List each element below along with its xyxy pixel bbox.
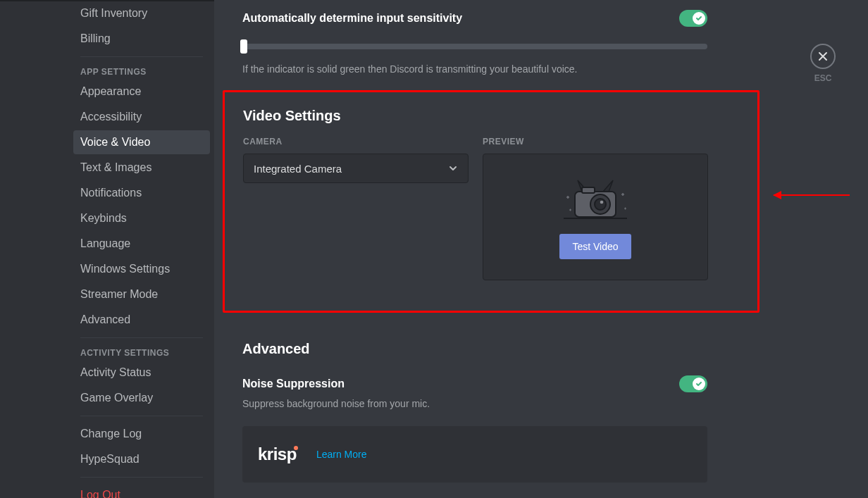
sensitivity-slider[interactable] (242, 44, 707, 49)
close-icon (817, 51, 829, 62)
sidebar-item-streamer-mode[interactable]: Streamer Mode (73, 282, 210, 306)
input-sensitivity-toggle[interactable] (679, 10, 707, 27)
sidebar-item-language[interactable]: Language (73, 232, 210, 256)
camera-illustration-icon (557, 175, 634, 224)
input-sensitivity-row: Automatically determine input sensitivit… (242, 10, 707, 27)
sidebar-item-change-log[interactable]: Change Log (73, 422, 210, 446)
noise-suppression-toggle[interactable] (679, 375, 707, 392)
input-sensitivity-label: Automatically determine input sensitivit… (242, 12, 462, 25)
video-settings-title: Video Settings (243, 108, 739, 124)
annotation-arrow (774, 194, 850, 196)
divider (80, 477, 203, 478)
test-video-button[interactable]: Test Video (559, 234, 631, 259)
svg-point-3 (595, 199, 606, 210)
sidebar-item-accessibility[interactable]: Accessibility (73, 105, 210, 129)
krisp-logo: krisp (258, 444, 298, 464)
sidebar-item-voice-video[interactable]: Voice & Video (73, 130, 210, 154)
preview-column: PREVIEW (483, 137, 708, 280)
toggle-knob (693, 378, 705, 390)
settings-sidebar: Gift Inventory Billing APP SETTINGS Appe… (0, 0, 214, 498)
sensitivity-hint: If the indicator is solid green then Dis… (242, 63, 840, 75)
settings-content: ESC Automatically determine input sensit… (214, 0, 868, 498)
krisp-logo-text: krisp (258, 444, 297, 463)
noise-suppression-hint: Suppress background noise from your mic. (242, 398, 840, 409)
check-icon (695, 380, 702, 387)
video-settings-section: Video Settings CAMERA Integrated Camera … (223, 90, 760, 313)
divider (80, 337, 203, 338)
section-header-activity-settings: ACTIVITY SETTINGS (73, 344, 210, 361)
preview-label: PREVIEW (483, 137, 708, 147)
sidebar-item-activity-status[interactable]: Activity Status (73, 361, 210, 385)
chevron-down-icon (448, 163, 458, 173)
esc-label: ESC (814, 73, 832, 83)
krisp-dot-icon (294, 446, 298, 450)
krisp-panel: krisp Learn More (242, 426, 707, 483)
sidebar-item-advanced[interactable]: Advanced (73, 308, 210, 332)
sidebar-item-keybinds[interactable]: Keybinds (73, 206, 210, 230)
sidebar-item-game-overlay[interactable]: Game Overlay (73, 386, 210, 410)
noise-suppression-row: Noise Suppression (242, 375, 707, 392)
camera-value: Integrated Camera (254, 163, 342, 175)
check-icon (695, 15, 702, 22)
sidebar-item-hypesquad[interactable]: HypeSquad (73, 447, 210, 471)
divider (80, 416, 203, 416)
sidebar-item-windows-settings[interactable]: Windows Settings (73, 257, 210, 281)
section-header-app-settings: APP SETTINGS (73, 63, 210, 80)
learn-more-link[interactable]: Learn More (316, 449, 367, 460)
svg-rect-5 (564, 218, 627, 219)
camera-select[interactable]: Integrated Camera (243, 154, 469, 183)
advanced-title: Advanced (242, 341, 840, 357)
sidebar-item-appearance[interactable]: Appearance (73, 80, 210, 104)
sidebar-item-notifications[interactable]: Notifications (73, 181, 210, 205)
sidebar-item-billing[interactable]: Billing (73, 27, 210, 51)
sidebar-item-gift-inventory[interactable]: Gift Inventory (73, 1, 210, 25)
toggle-knob (693, 12, 705, 25)
sidebar-item-logout[interactable]: Log Out (73, 483, 210, 498)
camera-label: CAMERA (243, 137, 469, 147)
close-area: ESC (810, 44, 836, 83)
preview-box: Test Video (483, 154, 708, 280)
close-button[interactable] (810, 44, 836, 69)
camera-column: CAMERA Integrated Camera (243, 137, 469, 280)
svg-rect-1 (582, 187, 595, 193)
divider (80, 56, 203, 57)
svg-point-4 (600, 201, 604, 204)
noise-suppression-label: Noise Suppression (242, 378, 345, 390)
sidebar-item-text-images[interactable]: Text & Images (73, 156, 210, 180)
slider-handle[interactable] (240, 39, 247, 54)
